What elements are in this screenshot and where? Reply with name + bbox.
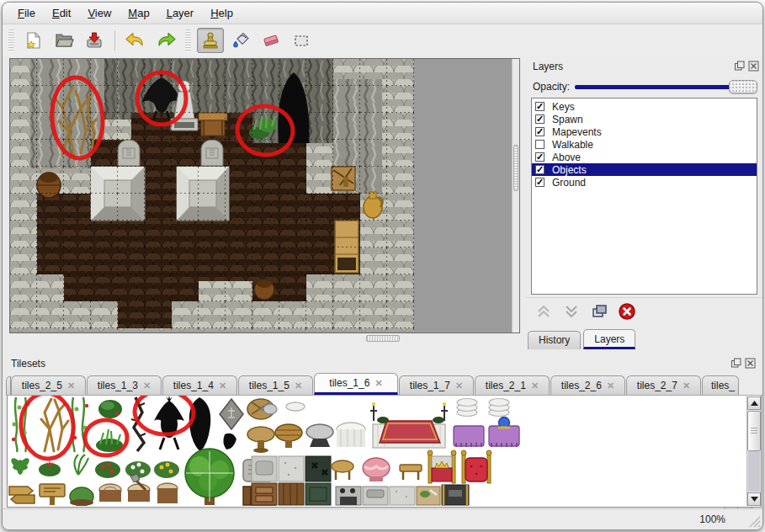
tab-label: tiles_1_6 [329,377,369,389]
duplicate-layer-button[interactable] [588,301,610,322]
undo-button[interactable] [122,28,149,53]
tile-altar [370,402,448,448]
duplicate-icon [590,302,608,321]
layer-label: Keys [552,101,575,113]
new-file-icon [24,30,44,51]
layer-row-keys[interactable]: ✓Keys [532,100,757,113]
tileset-scroll-thumb[interactable] [747,411,761,451]
layer-visibility-checkbox[interactable]: ✓ [535,178,545,187]
close-panel-icon[interactable] [748,61,759,72]
close-panel-icon[interactable] [745,358,756,369]
layer-visibility-checkbox[interactable]: ✓ [535,165,545,174]
layer-visibility-checkbox[interactable]: ✓ [535,127,545,136]
tab-close-icon[interactable]: ✕ [455,380,463,391]
menu-bar: FileEditViewMapLayerHelp [3,3,762,24]
scroll-up-button[interactable] [747,396,761,410]
tile-plant-clump [96,429,123,452]
map-vertical-scroll-thumb[interactable] [513,145,518,191]
layer-row-mapevents[interactable]: ✓Mapevents [532,125,757,138]
menu-file[interactable]: File [9,3,44,23]
tab-close-icon[interactable]: ✕ [531,380,539,391]
tileset-tab-tiles_2_1[interactable]: tiles_2_1✕ [475,375,550,395]
tab-label: tiles_1_3 [98,380,138,391]
menu-view[interactable]: View [79,3,120,23]
map-vertical-scrollbar[interactable] [512,59,519,332]
tileset-tab-tiles_1_3[interactable]: tiles_1_3✕ [87,375,162,395]
menu-edit[interactable]: Edit [44,3,79,23]
save-icon [84,30,104,51]
eraser-tool-button[interactable] [258,28,284,53]
tab-label: tiles_1_5 [249,380,290,391]
paint-bucket-icon [231,30,251,51]
tab-close-icon[interactable]: ✕ [143,380,151,391]
layer-visibility-checkbox[interactable]: ✓ [535,114,545,124]
tileset-tab-tiles_1_6[interactable]: tiles_1_6✕ [314,373,398,395]
tileset-tab-tiles_2_6[interactable]: tiles_2_6✕ [550,375,625,395]
tileset-tab-tiles[interactable]: tiles_ [702,375,739,395]
float-panel-icon[interactable] [734,61,745,72]
layers-panel-titlebar: Layers [526,58,763,75]
tab-close-icon[interactable]: ✕ [607,380,614,391]
new-file-button[interactable] [20,28,47,53]
move-layer-up-button[interactable] [533,301,555,322]
tileset-tab-tiles_1_7[interactable]: tiles_1_7✕ [399,375,474,395]
tileset-tab-tiles_1_4[interactable]: tiles_1_4✕ [162,375,237,395]
layer-visibility-checkbox[interactable]: ✓ [535,102,545,111]
menu-help[interactable]: Help [202,3,242,23]
map-canvas[interactable] [9,58,520,333]
stamp-tool-button[interactable] [197,28,224,53]
tileset-tab-tiles_1_5[interactable]: tiles_1_5✕ [238,375,313,395]
layer-row-above[interactable]: ✓Above [532,151,757,163]
eraser-icon [261,30,281,51]
toolbar-drag-handle[interactable] [185,29,191,51]
tab-close-icon[interactable]: ✕ [67,380,75,391]
resize-grip[interactable] [747,514,761,528]
layer-row-walkable[interactable]: Walkable [532,138,757,151]
tileset-vertical-scrollbar[interactable] [746,396,761,506]
selection-rect-icon [291,30,311,51]
tab-close-icon[interactable]: ✕ [219,380,226,391]
tab-close-icon[interactable]: ✕ [683,380,690,391]
map-horizontal-scroll-thumb[interactable] [366,335,400,342]
float-panel-icon[interactable] [730,358,741,369]
tile-tree [185,449,234,505]
tileset-tab-tiles_2_7[interactable]: tiles_2_7✕ [626,375,701,395]
map-horizontal-scrollbar[interactable] [9,335,513,343]
tileset-tab-tiles_2_5[interactable]: tiles_2_5✕ [11,375,86,395]
arrow-up-icon [751,401,758,407]
scroll-down-button[interactable] [747,492,761,506]
redo-button[interactable] [152,28,179,53]
toolbar [3,24,762,56]
rect-select-tool-button[interactable] [288,28,315,53]
opacity-slider-track[interactable] [575,85,754,89]
dock-tab-layers[interactable]: Layers [583,329,635,349]
dock-tab-history[interactable]: History [528,331,581,349]
layer-row-ground[interactable]: ✓Ground [532,176,757,189]
tileset-palette[interactable] [7,396,762,508]
chevron-down-icon [562,302,581,321]
delete-layer-button[interactable] [616,301,638,322]
opacity-slider-handle[interactable] [729,80,757,93]
layer-row-spawn[interactable]: ✓Spawn [532,113,757,125]
tile-branches [41,399,68,451]
open-button[interactable] [50,28,77,53]
fill-tool-button[interactable] [227,28,254,53]
layer-row-objects[interactable]: ✓Objects [532,163,757,176]
tab-close-icon[interactable]: ✕ [375,378,382,389]
move-layer-down-button[interactable] [560,301,582,322]
layer-visibility-checkbox[interactable]: ✓ [535,152,545,162]
open-folder-icon [54,30,74,51]
layer-label: Spawn [552,114,583,125]
tilesets-panel-title: Tilesets [6,358,45,370]
tab-close-icon[interactable]: ✕ [295,380,302,391]
tilesets-panel: Tilesets tiles_2_5✕tiles_1_3✕tiles_1_4✕t… [6,356,763,511]
menu-layer[interactable]: Layer [158,3,203,23]
toolbar-drag-handle[interactable] [8,29,14,51]
delete-icon [618,302,636,321]
chevron-up-icon [534,302,553,321]
scroll-track[interactable] [748,451,760,492]
opacity-slider[interactable] [575,78,757,95]
layer-visibility-checkbox[interactable] [535,140,545,149]
menu-map[interactable]: Map [120,3,157,23]
save-button[interactable] [81,28,108,53]
